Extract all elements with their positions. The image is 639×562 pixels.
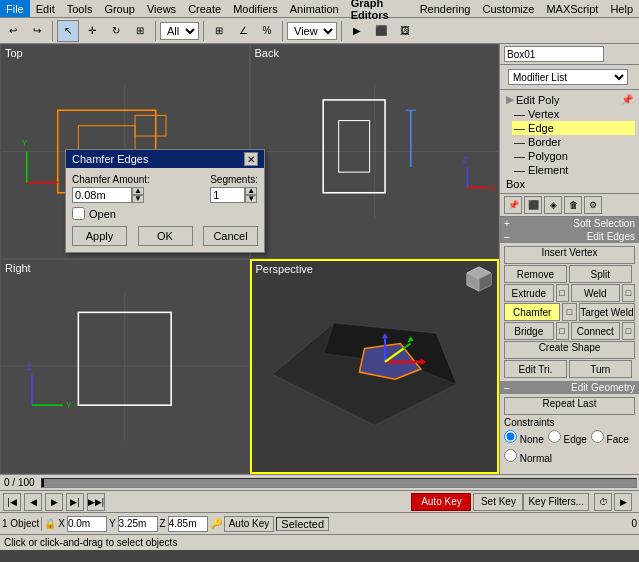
toolbar-move[interactable]: ✛ (81, 20, 103, 42)
configure-modifier[interactable]: ⚙ (584, 196, 602, 214)
split-btn[interactable]: Split (569, 265, 632, 283)
remove-modifier[interactable]: 🗑 (564, 196, 582, 214)
edit-tri-btn[interactable]: Edit Tri. (504, 360, 567, 378)
stack-box[interactable]: Box (504, 177, 635, 191)
mode-dropdown[interactable]: All (160, 22, 199, 40)
repeat-last-btn[interactable]: Repeat Last (504, 397, 635, 415)
menu-file[interactable]: File (0, 0, 30, 17)
turn-btn[interactable]: Turn (569, 360, 632, 378)
menu-rendering[interactable]: Rendering (414, 0, 477, 17)
stack-edge[interactable]: — Edge (512, 121, 635, 135)
menu-edit[interactable]: Edit (30, 0, 61, 17)
open-checkbox[interactable] (72, 207, 85, 220)
viewport-perspective[interactable]: Perspective (250, 259, 500, 474)
viewport-top-label: Top (5, 47, 23, 59)
view-dropdown[interactable]: View (287, 22, 337, 40)
playbar: |◀ ◀ ▶ ▶| ▶▶| Auto Key Set Key Key Filte… (0, 490, 639, 512)
stack-element[interactable]: — Element (512, 163, 635, 177)
viewport-back[interactable]: Back X Z (250, 44, 500, 259)
soft-selection-header[interactable]: Soft Selection (500, 217, 639, 230)
playback-controls: |◀ ◀ ▶ ▶| ▶▶| (2, 493, 106, 511)
weld-btn[interactable]: Weld (571, 284, 621, 302)
make-unique[interactable]: ◈ (544, 196, 562, 214)
toolbar-redo[interactable]: ↪ (26, 20, 48, 42)
svg-rect-11 (323, 100, 385, 193)
go-start-btn[interactable]: |◀ (3, 493, 21, 511)
edit-edges-header[interactable]: Edit Edges (500, 230, 639, 243)
menu-maxscript[interactable]: MAXScript (540, 0, 604, 17)
edit-geometry-header[interactable]: Edit Geometry (500, 381, 639, 394)
face-option[interactable]: Face (591, 430, 629, 445)
menu-tools[interactable]: Tools (61, 0, 99, 17)
extrude-btn[interactable]: Extrude (504, 284, 554, 302)
remove-btn[interactable]: Remove (504, 265, 567, 283)
toolbar-select[interactable]: ↖ (57, 20, 79, 42)
y-input[interactable] (118, 516, 158, 532)
auto-key-status-btn[interactable]: Auto Key (224, 516, 275, 532)
timeline-track[interactable] (41, 478, 637, 488)
menu-help[interactable]: Help (604, 0, 639, 17)
edge-option[interactable]: Edge (548, 430, 587, 445)
modifier-list-dropdown[interactable]: Modifier List (508, 69, 628, 85)
object-name-input[interactable] (504, 46, 604, 62)
ok-button[interactable]: OK (138, 226, 193, 246)
dialog-amounts-row: Chamfer Amount: ▲ ▼ Segments: (72, 174, 258, 203)
viewport-right[interactable]: Right Z Y (0, 259, 250, 474)
go-end-btn[interactable]: ▶▶| (87, 493, 105, 511)
connect-sq-btn[interactable]: □ (622, 322, 635, 340)
insert-vertex-btn[interactable]: Insert Vertex (504, 246, 635, 264)
seg-spin-dn[interactable]: ▼ (245, 195, 257, 203)
menu-views[interactable]: Views (141, 0, 182, 17)
time-config-btn[interactable]: ⏱ (594, 493, 612, 511)
stack-edit-poly[interactable]: ▶ Edit Poly 📌 (504, 92, 635, 107)
key-filters-btn[interactable]: Key Filters... (523, 493, 589, 511)
viewport-cube[interactable] (465, 265, 493, 293)
menu-customize[interactable]: Customize (476, 0, 540, 17)
connect-btn[interactable]: Connect (571, 322, 621, 340)
apply-button[interactable]: Apply (72, 226, 127, 246)
menu-animation[interactable]: Animation (284, 0, 345, 17)
toolbar-render1[interactable]: ▶ (346, 20, 368, 42)
stack-polygon[interactable]: — Polygon (512, 149, 635, 163)
set-key-btn[interactable]: Set Key (473, 493, 523, 511)
toolbar-render3[interactable]: 🖼 (394, 20, 416, 42)
normal-option[interactable]: Normal (504, 449, 552, 464)
weld-sq-btn[interactable]: □ (622, 284, 635, 302)
menu-modifiers[interactable]: Modifiers (227, 0, 284, 17)
pin-icon-btn[interactable]: 📌 (504, 196, 522, 214)
auto-key-btn[interactable]: Auto Key (411, 493, 471, 511)
prev-frame-btn[interactable]: ◀ (24, 493, 42, 511)
toolbar-snap3[interactable]: % (256, 20, 278, 42)
target-weld-btn[interactable]: Target Weld (579, 303, 635, 321)
dialog-close-button[interactable]: ✕ (244, 152, 258, 166)
toolbar-rotate[interactable]: ↻ (105, 20, 127, 42)
toolbar-snap2[interactable]: ∠ (232, 20, 254, 42)
z-input[interactable] (168, 516, 208, 532)
menu-graph-editors[interactable]: Graph Editors (345, 0, 414, 17)
toolbar-scale[interactable]: ⊞ (129, 20, 151, 42)
spin-dn-btn[interactable]: ▼ (132, 195, 144, 203)
toolbar-undo[interactable]: ↩ (2, 20, 24, 42)
none-option[interactable]: None (504, 430, 544, 445)
next-frame-btn[interactable]: ▶| (66, 493, 84, 511)
menu-create[interactable]: Create (182, 0, 227, 17)
play-options-btn[interactable]: ▶ (614, 493, 632, 511)
extrude-sq-btn[interactable]: □ (556, 284, 569, 302)
show-end-result[interactable]: ⬛ (524, 196, 542, 214)
chamfer-btn[interactable]: Chamfer (504, 303, 560, 321)
segments-input[interactable] (210, 187, 245, 203)
bridge-btn[interactable]: Bridge (504, 322, 554, 340)
stack-vertex[interactable]: — Vertex (512, 107, 635, 121)
toolbar-snap[interactable]: ⊞ (208, 20, 230, 42)
toolbar-render2[interactable]: ⬛ (370, 20, 392, 42)
chamfer-amount-input[interactable] (72, 187, 132, 203)
create-shape-btn[interactable]: Create Shape (504, 341, 635, 359)
lock-icon: 🔒 (44, 518, 56, 529)
stack-border[interactable]: — Border (512, 135, 635, 149)
chamfer-sq-btn[interactable]: □ (562, 303, 576, 321)
menu-group[interactable]: Group (98, 0, 141, 17)
bridge-sq-btn[interactable]: □ (556, 322, 569, 340)
cancel-button[interactable]: Cancel (203, 226, 258, 246)
x-input[interactable] (67, 516, 107, 532)
play-btn[interactable]: ▶ (45, 493, 63, 511)
